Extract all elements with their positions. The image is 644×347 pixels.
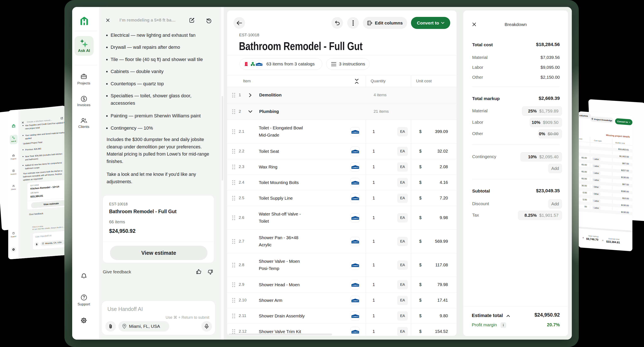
svg-text:LOWE'S: LOWE'S [352,166,358,168]
svg-text:LOWE'S: LOWE'S [352,241,358,243]
svg-text:LOWE'S: LOWE'S [352,182,358,184]
svg-text:LOWE'S: LOWE'S [352,316,358,318]
svg-text:LOWE'S: LOWE'S [352,300,358,302]
svg-text:LOWE'S: LOWE'S [352,331,358,333]
svg-text:LOWE'S: LOWE'S [352,198,358,200]
svg-text:LOWE'S: LOWE'S [352,284,358,286]
svg-text:LOWE'S: LOWE'S [256,64,262,66]
svg-text:LOWE'S: LOWE'S [352,151,358,153]
svg-text:LOWE'S: LOWE'S [352,265,358,266]
svg-text:LOWE'S: LOWE'S [352,131,358,133]
svg-text:LOWE'S: LOWE'S [352,218,358,219]
